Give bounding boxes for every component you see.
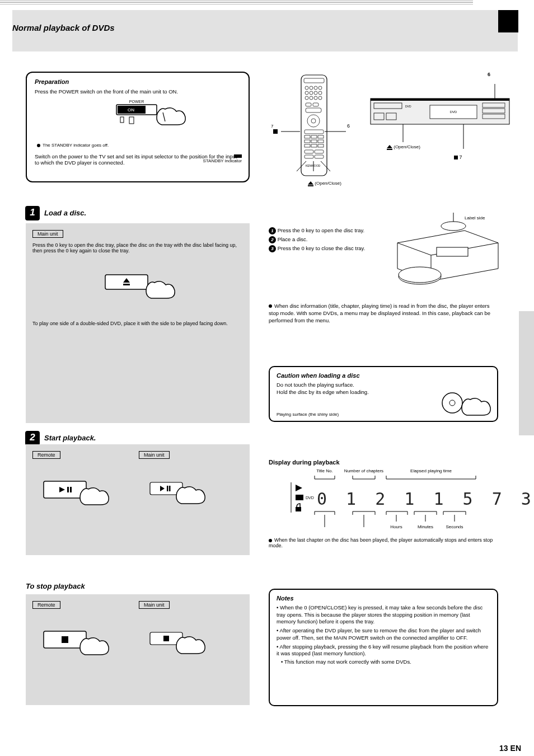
svg-text:Hours: Hours: [390, 524, 402, 529]
notes-line1: When the 0 (OPEN/CLOSE) key is pressed, …: [277, 604, 483, 624]
svg-point-66: [441, 222, 466, 231]
power-label: POWER: [129, 100, 144, 104]
svg-rect-77: [169, 486, 171, 491]
side-tab: [519, 311, 534, 435]
svg-point-65: [399, 267, 441, 283]
header-black-tab: [498, 10, 518, 32]
play-icon: [296, 485, 302, 491]
remote-illustration: KENWOOD 7 6 (Open/Close): [269, 72, 381, 182]
stop-icon: [62, 636, 68, 643]
hand-icon: [80, 638, 109, 655]
svg-text:Elapsed playing time: Elapsed playing time: [410, 468, 452, 473]
svg-rect-2: [120, 117, 124, 123]
player-tray-illustration: Label side: [381, 220, 509, 293]
svg-rect-47: [371, 98, 509, 101]
svg-text:Seconds: Seconds: [446, 524, 463, 529]
display-bullet: When the last chapter on the disc has be…: [269, 537, 493, 548]
display-box: Display during playback Title No. Number…: [269, 459, 498, 537]
stop-icon: [163, 636, 169, 641]
notes-title: Notes: [277, 594, 490, 602]
stop-panel: Remote Main unit: [26, 594, 250, 705]
preparation-box: Preparation Press the POWER switch on th…: [26, 72, 250, 182]
step1-note2: To play one side of a double-sided DVD, …: [32, 321, 243, 326]
svg-point-68: [442, 393, 462, 413]
player-play-label: 6: [488, 72, 490, 77]
step1-panel: Main unit Press the 0 key to open the di…: [26, 223, 250, 423]
svg-point-69: [449, 400, 455, 406]
svg-rect-62: [123, 284, 130, 285]
caution-line1: Do not touch the playing surface.: [277, 382, 490, 388]
step1-bullet1: When disc information (title, chapter, p…: [269, 303, 490, 323]
step1-note1: Press the 0 key to open the disc tray, p…: [32, 242, 243, 253]
caution-playing-surface-label: Playing surface (the shiny side): [277, 412, 339, 417]
page-title: Normal playback of DVDs: [12, 23, 115, 32]
caution-title: Caution when loading a disc: [277, 372, 490, 379]
step-2-badge: 2: [25, 431, 40, 445]
lock-icon: [296, 504, 301, 511]
hand-icon: [80, 488, 109, 505]
eject-icon: [387, 145, 392, 148]
svg-rect-72: [67, 487, 69, 492]
svg-text:0 1 2 1 1 5 7 3 6: 0 1 2 1 1 5 7 3 6: [317, 489, 534, 509]
step-2-title: Start playback.: [44, 434, 96, 442]
svg-text:Minutes: Minutes: [418, 524, 433, 529]
remote-label: Remote: [32, 601, 60, 609]
label-side: Label side: [465, 215, 485, 220]
step-1-title: Load a disc.: [44, 209, 86, 217]
display-title: Display during playback: [269, 459, 498, 466]
num-2-badge: 2: [269, 236, 276, 243]
remote-label: Remote: [32, 451, 60, 459]
step2-panel: Remote Main unit: [26, 444, 250, 555]
svg-rect-63: [437, 247, 468, 256]
standby-indicator-label: STANDBY indicator: [203, 158, 242, 163]
svg-text:DVD: DVD: [450, 110, 457, 114]
svg-text:KENWOOD: KENWOOD: [306, 164, 321, 167]
remote-eject-label: (Open/Close): [315, 181, 341, 186]
svg-text:Title No.: Title No.: [316, 468, 333, 473]
power-switch-illustration: ON POWER: [76, 98, 199, 143]
player-eject-label: (Open/Close): [394, 144, 420, 149]
hand-icon: [146, 281, 175, 298]
stop-icon: [454, 156, 458, 159]
power-on-label: ON: [128, 107, 134, 112]
step-1-badge: 1: [25, 206, 40, 220]
standby-note: The STANDBY indicator goes off.: [43, 143, 109, 148]
hand-icon: [157, 108, 185, 125]
step1-sub3: Press the 0 key to close the disc tray.: [278, 245, 366, 251]
player-stop-label: 7: [460, 154, 462, 160]
mainunit-label: Main unit: [139, 451, 170, 459]
mainunit-label: Main unit: [139, 601, 170, 609]
svg-rect-3: [129, 117, 134, 124]
preparation-title: Preparation: [35, 78, 241, 85]
caution-box: Caution when loading a disc Do not touch…: [269, 366, 498, 422]
hand-icon: [176, 637, 205, 654]
player-illustration: 6 DVD DVD (Open/Close) 7: [367, 72, 513, 182]
notes-line2: After operating the DVD player, be sure …: [277, 627, 481, 640]
svg-rect-39: [273, 129, 278, 134]
eject-icon: [308, 181, 313, 185]
svg-rect-76: [167, 486, 168, 491]
notes-box: Notes • When the 0 (OPEN/CLOSE) key is p…: [269, 589, 498, 706]
stop-title: To stop playback: [26, 582, 85, 590]
svg-rect-83: [296, 507, 301, 511]
svg-text:DVD: DVD: [405, 105, 411, 108]
svg-text:6: 6: [347, 123, 350, 129]
page-root: Normal playback of DVDs 13 EN Preparatio…: [0, 0, 534, 756]
svg-text:DVD: DVD: [306, 496, 314, 500]
mainunit-label: Main unit: [32, 230, 63, 238]
disc-type-icon: [296, 495, 303, 500]
divider-2: [0, 2, 473, 4]
step1-sub2: Place a disc.: [278, 236, 308, 242]
svg-rect-73: [70, 487, 72, 492]
disc-hand-illustration: [438, 391, 494, 419]
num-1-badge: 1: [269, 227, 276, 234]
step1-sub1: Press the 0 key to open the disc tray.: [278, 227, 365, 233]
svg-rect-4: [301, 75, 327, 176]
preparation-line1: Press the POWER switch on the front of t…: [35, 88, 241, 95]
hand-icon: [176, 487, 205, 504]
svg-text:Number of chapters: Number of chapters: [344, 468, 383, 473]
page-number: 13 EN: [499, 744, 521, 753]
num-3-badge: 3: [269, 245, 276, 252]
notes-tv: This function may not work correctly wit…: [284, 659, 411, 665]
notes-last: After stopping playback, pressing the 6 …: [277, 644, 488, 656]
